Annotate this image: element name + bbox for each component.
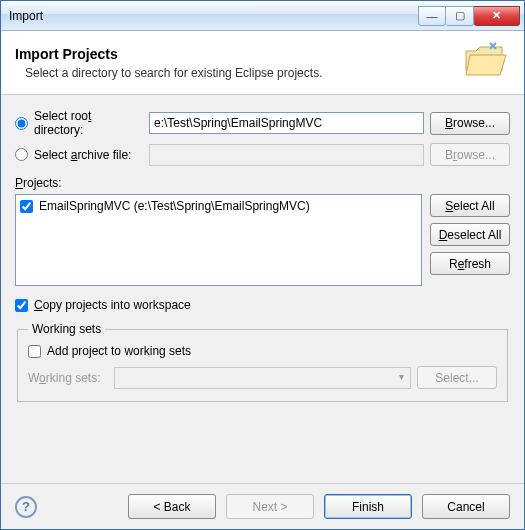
root-directory-radio-label[interactable]: Select root directory: [15,109,143,137]
working-sets-group: Working sets Add project to working sets… [17,322,508,402]
project-item-label: EmailSpringMVC (e:\Test\Spring\EmailSpri… [39,199,310,213]
working-sets-select-button: Select... [417,366,497,389]
header-title: Import Projects [15,46,322,62]
deselect-all-button[interactable]: Deselect All [430,223,510,246]
titlebar[interactable]: Import — ▢ ✕ [1,1,524,31]
dialog-footer: ? < Back Next > Finish Cancel [1,483,524,529]
help-icon[interactable]: ? [15,496,37,518]
import-dialog: Import — ▢ ✕ Import Projects Select a di… [0,0,525,530]
import-folder-icon [462,41,510,84]
finish-button[interactable]: Finish [324,494,412,519]
root-directory-input[interactable] [149,112,424,134]
add-to-working-sets-checkbox[interactable] [28,345,41,358]
browse-root-button[interactable]: Browse... [430,112,510,135]
cancel-button[interactable]: Cancel [422,494,510,519]
archive-file-radio-label[interactable]: Select archive file: [15,148,143,162]
close-button[interactable]: ✕ [474,6,520,26]
dialog-header: Import Projects Select a directory to se… [1,31,524,95]
projects-list[interactable]: EmailSpringMVC (e:\Test\Spring\EmailSpri… [15,194,422,286]
list-item[interactable]: EmailSpringMVC (e:\Test\Spring\EmailSpri… [20,199,417,213]
root-directory-radio[interactable] [15,117,28,130]
select-all-button[interactable]: Select All [430,194,510,217]
browse-archive-button: Browse... [430,143,510,166]
window-title: Import [9,9,43,23]
working-sets-legend: Working sets [28,322,105,336]
copy-into-workspace-label[interactable]: Copy projects into workspace [15,298,510,312]
refresh-button[interactable]: Refresh [430,252,510,275]
archive-file-radio[interactable] [15,148,28,161]
minimize-button[interactable]: — [418,6,446,26]
maximize-button[interactable]: ▢ [446,6,474,26]
add-to-working-sets-label[interactable]: Add project to working sets [28,344,497,358]
header-subtitle: Select a directory to search for existin… [25,66,322,80]
copy-into-workspace-checkbox[interactable] [15,299,28,312]
next-button: Next > [226,494,314,519]
working-sets-combo-label: Working sets: [28,371,108,385]
projects-label: Projects: [15,176,510,190]
back-button[interactable]: < Back [128,494,216,519]
project-checkbox[interactable] [20,200,33,213]
working-sets-combo [114,367,411,389]
archive-file-input [149,144,424,166]
